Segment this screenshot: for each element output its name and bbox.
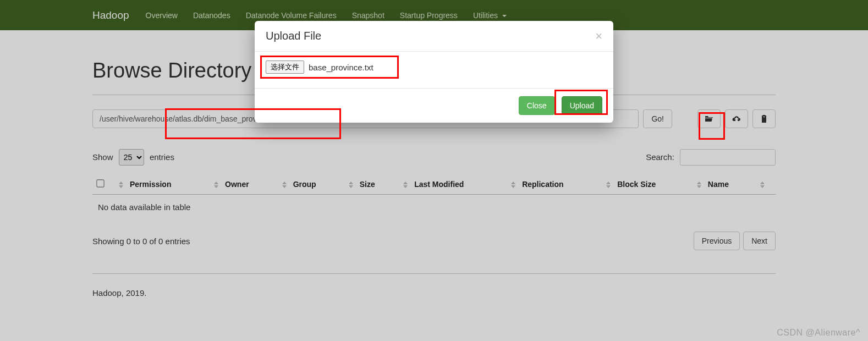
select-all-checkbox[interactable] <box>96 179 104 187</box>
selected-filename: base_province.txt <box>309 63 373 72</box>
page-length-select[interactable]: 25 <box>119 149 144 166</box>
nav-startup-progress[interactable]: Startup Progress <box>400 11 458 20</box>
show-prefix: Show <box>92 152 113 162</box>
page-length: Show 25 entries <box>92 149 174 166</box>
search-group: Search: <box>646 149 776 166</box>
next-button[interactable]: Next <box>743 232 776 250</box>
sort-icon[interactable] <box>349 182 356 188</box>
nav-overview[interactable]: Overview <box>146 11 178 20</box>
table-status: Showing 0 to 0 of 0 entries <box>92 237 190 246</box>
nav-utilities[interactable]: Utilities <box>473 11 507 20</box>
sort-icon[interactable] <box>511 182 519 188</box>
search-label: Search: <box>646 152 674 162</box>
sort-icon[interactable] <box>119 182 127 188</box>
modal-title: Upload File <box>266 30 321 42</box>
col-block-size[interactable]: Block Size <box>617 180 656 189</box>
empty-message: No data available in table <box>92 195 776 220</box>
upload-button[interactable]: Upload <box>562 96 602 115</box>
nav-snapshot[interactable]: Snapshot <box>352 11 384 20</box>
choose-file-button[interactable]: 选择文件 <box>266 61 304 74</box>
sort-icon[interactable] <box>697 182 705 188</box>
sort-icon[interactable] <box>403 182 411 188</box>
brand[interactable]: Hadoop <box>92 9 129 21</box>
col-group[interactable]: Group <box>293 180 316 189</box>
sort-icon[interactable] <box>282 182 290 188</box>
col-owner[interactable]: Owner <box>225 180 249 189</box>
col-permission[interactable]: Permission <box>130 180 171 189</box>
sort-icon[interactable] <box>606 182 614 188</box>
go-button[interactable]: Go! <box>643 109 672 128</box>
close-button[interactable]: Close <box>519 96 555 115</box>
col-last-modified[interactable]: Last Modified <box>414 180 464 189</box>
clipboard-icon <box>760 114 768 123</box>
nav-datanodes[interactable]: Datanodes <box>193 11 230 20</box>
divider <box>92 273 776 274</box>
folder-open-icon <box>705 114 713 123</box>
cut-button[interactable] <box>752 109 776 128</box>
upload-file-button[interactable] <box>725 109 748 128</box>
new-folder-button[interactable] <box>697 109 721 128</box>
copyright: Hadoop, 2019. <box>92 288 776 298</box>
cloud-upload-icon <box>732 114 741 123</box>
col-replication[interactable]: Replication <box>522 180 563 189</box>
show-suffix: entries <box>150 152 174 162</box>
previous-button[interactable]: Previous <box>694 232 740 250</box>
search-input[interactable] <box>680 149 776 166</box>
upload-modal: Upload File × 选择文件 base_province.txt Clo… <box>255 21 613 123</box>
col-name[interactable]: Name <box>708 180 729 189</box>
close-icon[interactable]: × <box>595 30 602 42</box>
sort-icon[interactable] <box>214 182 222 188</box>
sort-icon[interactable] <box>760 182 768 188</box>
file-table: Permission Owner Group Size Last Modifie… <box>92 174 776 219</box>
nav-volume-failures[interactable]: Datanode Volume Failures <box>246 11 337 20</box>
watermark: CSDN @Alienware^ <box>777 328 860 338</box>
caret-down-icon <box>502 15 507 17</box>
table-row: No data available in table <box>92 195 776 220</box>
col-size[interactable]: Size <box>360 180 375 189</box>
